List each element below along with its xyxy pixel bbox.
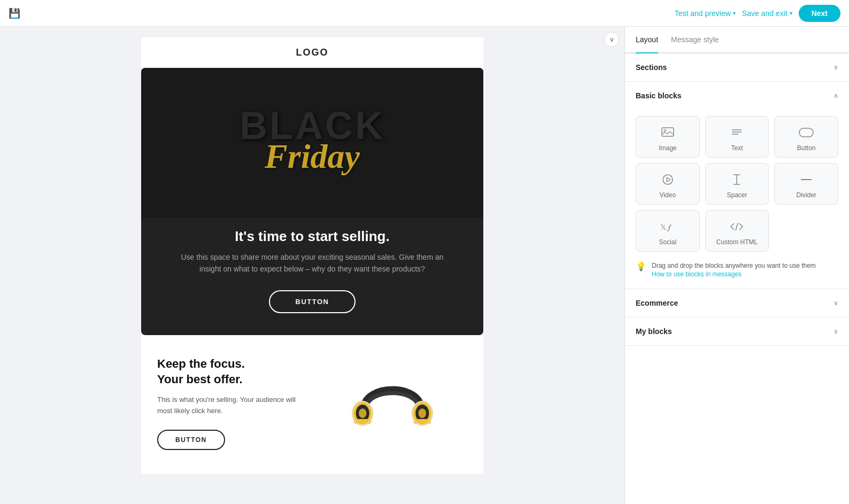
custom-html-block-icon [730, 219, 744, 234]
block-divider[interactable]: Divider [774, 163, 838, 205]
sections-chevron: ∨ [833, 64, 838, 71]
collapse-button[interactable]: ∨ [604, 32, 619, 47]
product-headline: Keep the focus. Your best offer. [157, 356, 307, 387]
save-icon[interactable]: 💾 [9, 7, 20, 19]
ecommerce-header[interactable]: Ecommerce ∨ [625, 289, 849, 317]
my-blocks-section: My blocks ∨ [625, 317, 849, 346]
product-text: Keep the focus. Your best offer. This is… [157, 356, 307, 450]
ecommerce-title: Ecommerce [636, 299, 678, 307]
save-exit-chevron: ▾ [790, 10, 792, 16]
save-exit-button[interactable]: Save and exit ▾ [742, 9, 792, 18]
my-blocks-header[interactable]: My blocks ∨ [625, 317, 849, 345]
sections-header[interactable]: Sections ∨ [625, 53, 849, 81]
hint-icon: 💡 [636, 261, 646, 272]
svg-point-2 [359, 408, 366, 418]
hero-button-wrap: BUTTON [269, 290, 356, 313]
topbar: 💾 Test and preview ▾ Save and exit ▾ Nex… [0, 0, 849, 27]
svg-line-23 [736, 223, 738, 230]
bf-friday-text: Friday [240, 139, 385, 174]
svg-marker-17 [667, 177, 670, 182]
text-block-icon [731, 125, 743, 140]
image-block-icon [661, 125, 674, 140]
ecommerce-chevron: ∨ [833, 299, 838, 307]
divider-block-icon [800, 172, 813, 187]
block-button[interactable]: Button [774, 116, 838, 158]
social-block-icon: 𝕏 𝒇 [660, 219, 675, 234]
tab-layout[interactable]: Layout [636, 27, 658, 53]
spacer-block-label: Spacer [727, 191, 747, 199]
block-social[interactable]: 𝕏 𝒇 Social [636, 210, 700, 252]
svg-rect-10 [662, 128, 674, 136]
basic-blocks-title: Basic blocks [636, 91, 682, 100]
svg-point-5 [419, 408, 426, 418]
video-block-label: Video [660, 191, 676, 199]
button-block-label: Button [797, 144, 816, 152]
test-preview-chevron: ▾ [733, 10, 736, 16]
my-blocks-title: My blocks [636, 327, 672, 336]
hint-text: Drag and drop the blocks anywhere you wa… [652, 262, 816, 269]
spacer-block-icon [731, 172, 743, 187]
product-cta-button[interactable]: BUTTON [157, 430, 225, 450]
basic-blocks-header[interactable]: Basic blocks ∧ [625, 82, 849, 110]
blocks-grid: Image Text [636, 116, 838, 252]
custom-html-block-label: Custom HTML [716, 238, 758, 246]
right-panel: Layout Message style Sections ∨ Basic bl… [624, 27, 849, 504]
sections-title: Sections [636, 63, 667, 72]
hero-subtext: Use this space to share more about your … [141, 251, 483, 275]
svg-point-11 [664, 129, 666, 131]
product-image-area [318, 356, 467, 453]
test-preview-button[interactable]: Test and preview ▾ [675, 9, 736, 18]
product-section: Keep the focus. Your best offer. This is… [141, 335, 483, 474]
product-description: This is what you're selling. Your audien… [157, 394, 307, 417]
basic-blocks-grid-container: Image Text [625, 110, 849, 289]
svg-text:𝕏 𝒇: 𝕏 𝒇 [660, 223, 672, 231]
email-canvas: LOGO BLACK Friday It's time to start sel… [141, 37, 483, 474]
text-block-label: Text [731, 144, 743, 152]
basic-blocks-chevron: ∧ [833, 92, 838, 99]
block-text[interactable]: Text [705, 116, 769, 158]
social-block-label: Social [659, 238, 676, 246]
divider-block-label: Divider [796, 191, 816, 199]
headphone-image [344, 356, 441, 453]
svg-rect-7 [414, 419, 431, 424]
logo-section: LOGO [141, 37, 483, 68]
next-button[interactable]: Next [799, 5, 840, 22]
block-image[interactable]: Image [636, 116, 700, 158]
block-spacer[interactable]: Spacer [705, 163, 769, 205]
block-video[interactable]: Video [636, 163, 700, 205]
tab-message-style[interactable]: Message style [671, 27, 719, 53]
hero-cta-button[interactable]: BUTTON [269, 290, 356, 313]
video-block-icon [662, 172, 674, 187]
sections-section: Sections ∨ [625, 53, 849, 82]
main-layout: ∨ LOGO BLACK Friday It's time to start s… [0, 27, 849, 504]
button-block-icon [799, 125, 814, 140]
panel-tabs: Layout Message style [625, 27, 849, 53]
hero-headline: It's time to start selling. [213, 218, 411, 251]
hint-link[interactable]: How to use blocks in messages [652, 270, 816, 278]
basic-blocks-section: Basic blocks ∧ Image [625, 82, 849, 289]
logo-text: LOGO [296, 47, 329, 58]
black-friday-graphic: BLACK Friday [229, 96, 396, 190]
svg-rect-6 [354, 419, 371, 424]
canvas-area: ∨ LOGO BLACK Friday It's time to start s… [0, 27, 624, 504]
block-custom-html[interactable]: Custom HTML [705, 210, 769, 252]
my-blocks-chevron: ∨ [833, 328, 838, 335]
svg-rect-15 [799, 128, 813, 137]
image-block-label: Image [659, 144, 676, 152]
blocks-hint: 💡 Drag and drop the blocks anywhere you … [636, 260, 838, 280]
hero-image-area: BLACK Friday [141, 68, 483, 218]
ecommerce-section: Ecommerce ∨ [625, 289, 849, 317]
hero-section: BLACK Friday It's time to start selling.… [141, 68, 483, 335]
